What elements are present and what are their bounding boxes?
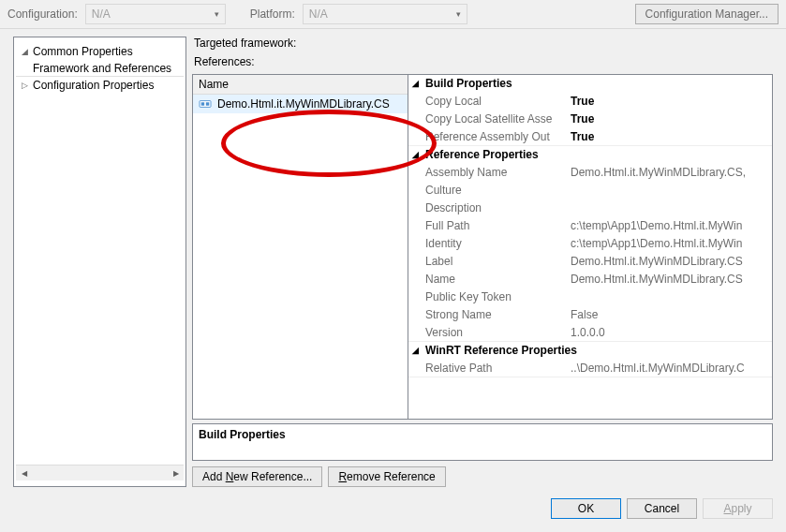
prop-row: Relative Path..\Demo.Html.it.MyWinMDLibr…: [408, 359, 772, 377]
collapse-icon: ◢: [412, 346, 422, 355]
configuration-manager-button[interactable]: Configuration Manager...: [635, 4, 779, 24]
prop-row: Copy Local Satellite AsseTrue: [408, 110, 772, 127]
config-toolbar: Configuration: N/A ▾ Platform: N/A ▾ Con…: [0, 0, 786, 28]
scroll-left-icon[interactable]: ◀: [16, 466, 32, 480]
targeted-framework-label: Targeted framework:: [194, 37, 773, 50]
reference-item[interactable]: Demo.Html.it.MyWinMDLibrary.CS: [193, 95, 408, 113]
property-pages-dialog: { "toolbar": { "configuration_label": "C…: [0, 0, 786, 532]
reference-buttons: Add New Reference... Remove Reference: [192, 466, 773, 487]
references-list: Name Demo.Html.it.MyWinMDLibrary.CS: [193, 75, 408, 419]
right-panel: Targeted framework: References: Name Dem…: [192, 37, 773, 487]
prop-row: Culture: [408, 181, 772, 199]
prop-row: LabelDemo.Html.it.MyWinMDLibrary.CS: [408, 252, 772, 270]
add-new-reference-button[interactable]: Add New Reference...: [192, 466, 322, 487]
tree-configuration-properties[interactable]: ▷ Configuration Properties: [16, 77, 184, 94]
references-split: Name Demo.Html.it.MyWinMDLibrary.CS ◢Bui…: [192, 74, 773, 420]
prop-row: NameDemo.Html.it.MyWinMDLibrary.CS: [408, 270, 772, 288]
tree-framework-references[interactable]: Framework and References: [16, 60, 184, 77]
collapse-icon: ◢: [412, 79, 422, 88]
name-column-header[interactable]: Name: [193, 75, 408, 95]
references-label: References:: [194, 55, 773, 68]
tree-common-properties[interactable]: ◢ Common Properties: [16, 43, 184, 60]
dialog-footer: OK Cancel Apply: [0, 491, 786, 532]
configuration-combo[interactable]: N/A ▾: [85, 4, 226, 24]
chevron-down-icon: ▾: [215, 9, 219, 19]
collapse-icon: ◢: [20, 47, 29, 56]
apply-button[interactable]: Apply: [703, 498, 773, 519]
property-description: Build Properties: [192, 423, 773, 461]
prop-row: Description: [408, 199, 772, 216]
category-tree[interactable]: ◢ Common Properties Framework and Refere…: [13, 37, 186, 487]
prop-row: Public Key Token: [408, 288, 772, 305]
remove-reference-button[interactable]: Remove Reference: [328, 466, 445, 487]
platform-combo[interactable]: N/A ▾: [303, 4, 467, 24]
prop-row: Full Pathc:\temp\App1\Demo.Html.it.MyWin: [408, 216, 772, 234]
horizontal-scrollbar[interactable]: ◀ ▶: [16, 465, 184, 480]
svg-rect-2: [206, 102, 209, 105]
prop-row: Version1.0.0.0: [408, 323, 772, 341]
chevron-down-icon: ▾: [456, 9, 461, 19]
configuration-label: Configuration:: [7, 7, 78, 21]
build-properties-header[interactable]: ◢Build Properties: [408, 75, 772, 92]
prop-row: Reference Assembly OutTrue: [408, 127, 772, 145]
property-grid[interactable]: ◢Build Properties Copy LocalTrue Copy Lo…: [408, 75, 772, 419]
reference-item-label: Demo.Html.it.MyWinMDLibrary.CS: [217, 97, 390, 111]
ok-button[interactable]: OK: [551, 498, 621, 519]
prop-row: Assembly NameDemo.Html.it.MyWinMDLibrary…: [408, 163, 772, 181]
component-icon: [199, 98, 212, 110]
description-title: Build Properties: [199, 428, 766, 441]
expand-icon: ▷: [20, 81, 29, 90]
winrt-properties-header[interactable]: ◢WinRT Reference Properties: [408, 342, 772, 359]
cancel-button[interactable]: Cancel: [627, 498, 697, 519]
main-content: ◢ Common Properties Framework and Refere…: [0, 29, 786, 491]
platform-label: Platform:: [250, 7, 295, 21]
reference-properties-header[interactable]: ◢Reference Properties: [408, 146, 772, 163]
svg-rect-1: [201, 102, 204, 105]
scroll-right-icon[interactable]: ▶: [168, 466, 184, 480]
collapse-icon: ◢: [412, 150, 422, 159]
prop-row: Strong NameFalse: [408, 305, 772, 323]
prop-row: Identityc:\temp\App1\Demo.Html.it.MyWin: [408, 234, 772, 252]
prop-row: Copy LocalTrue: [408, 92, 772, 110]
